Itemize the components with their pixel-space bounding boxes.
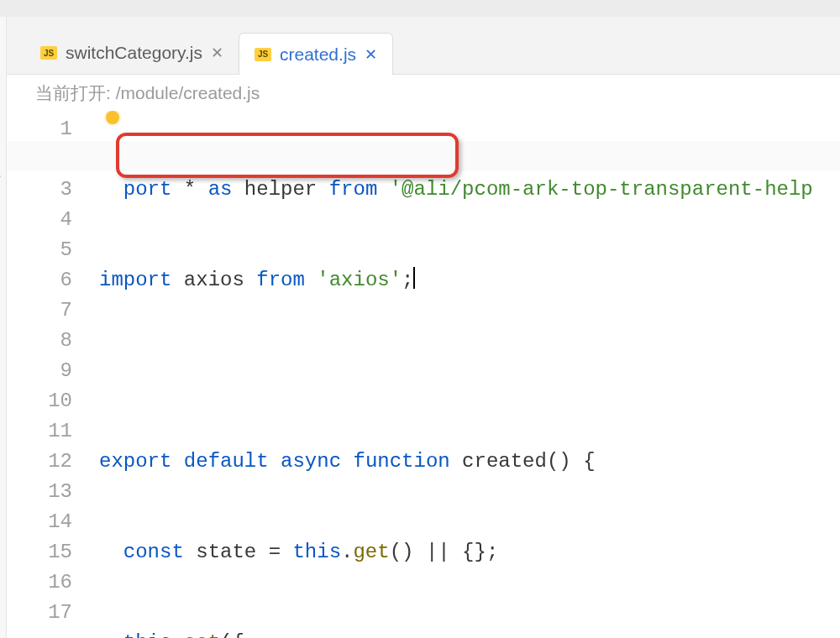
code-text: axios — [184, 269, 244, 291]
code-text — [171, 269, 183, 291]
code-call: get — [353, 541, 389, 563]
tab-label: created.js — [280, 44, 356, 65]
code-content[interactable]: port * as helper from '@ali/pcom-ark-top… — [99, 111, 840, 638]
code-call: set — [184, 631, 220, 638]
code-text — [99, 541, 123, 563]
line-number: 1 — [7, 114, 72, 144]
code-keyword: as — [208, 178, 233, 201]
code-keyword: from — [256, 269, 305, 291]
code-keyword: this — [123, 631, 172, 638]
tab-switchcategory[interactable]: JS switchCategory.js ✕ — [25, 32, 239, 74]
line-number: 10 — [7, 386, 72, 416]
line-number: 13 — [7, 477, 72, 507]
js-file-icon: JS — [40, 46, 57, 60]
text-cursor — [413, 267, 415, 289]
code-text: created — [462, 450, 547, 473]
editor-area: JS switchCategory.js ✕ JS created.js ✕ 当… — [7, 17, 840, 638]
line-number: 17 — [7, 598, 72, 628]
line-number: 4 — [7, 205, 72, 235]
breadcrumb-text: 当前打开: /module/created.js — [35, 81, 260, 105]
code-text: state = — [196, 541, 292, 563]
close-icon[interactable]: ✕ — [211, 44, 223, 62]
line-number: 8 — [7, 326, 72, 356]
code-keyword: import — [99, 269, 171, 291]
line-number: 12 — [7, 447, 72, 477]
code-text — [99, 178, 123, 201]
line-number: 5 — [7, 235, 72, 265]
collapsed-panel-chevron[interactable]: ▸ — [0, 166, 2, 185]
line-number: 16 — [7, 567, 72, 598]
code-line[interactable]: this.set({ — [99, 628, 840, 638]
breadcrumb: 当前打开: /module/created.js — [7, 74, 840, 111]
code-keyword: function — [353, 450, 449, 473]
code-text — [184, 541, 196, 563]
code-text — [244, 269, 256, 291]
code-keyword: port — [123, 178, 172, 201]
tab-bar: JS switchCategory.js ✕ JS created.js ✕ — [7, 17, 840, 74]
code-text — [341, 450, 353, 473]
code-keyword: export — [99, 450, 171, 473]
code-text — [171, 450, 183, 473]
code-keyword: const — [123, 541, 184, 563]
code-keyword: default — [184, 450, 269, 473]
line-number-gutter: 1 2 3 4 5 6 7 8 9 10 11 12 13 14 15 16 1… — [7, 111, 99, 638]
code-line[interactable]: import axios from 'axios'; — [99, 265, 840, 295]
code-text: . — [341, 541, 353, 563]
code-keyword: from — [329, 178, 378, 201]
tab-created[interactable]: JS created.js ✕ — [239, 33, 393, 75]
js-file-icon: JS — [255, 48, 271, 61]
line-number: 6 — [7, 265, 72, 295]
code-line[interactable]: const state = this.get() || {}; — [99, 537, 840, 567]
window-left-strip — [0, 17, 7, 638]
close-icon[interactable]: ✕ — [365, 45, 377, 64]
code-string: '@ali/pcom-ark-top-transparent-help — [390, 178, 813, 201]
line-number: 11 — [7, 416, 72, 447]
code-string: 'axios' — [317, 269, 402, 291]
window-top-strip — [0, 0, 840, 17]
line-number: 3 — [7, 175, 72, 205]
code-text: () || {}; — [390, 541, 499, 563]
code-text — [269, 450, 281, 473]
code-text — [450, 450, 462, 473]
line-number: 14 — [7, 507, 72, 537]
line-number: 7 — [7, 295, 72, 326]
code-text: ({ — [220, 631, 244, 638]
code-line[interactable] — [99, 356, 840, 386]
code-keyword: async — [281, 450, 341, 473]
code-line[interactable]: port * as helper from '@ali/pcom-ark-top… — [99, 175, 840, 205]
code-keyword: this — [292, 541, 341, 563]
line-number: 9 — [7, 356, 72, 386]
code-text — [305, 269, 317, 291]
code-text: helper — [232, 178, 328, 201]
code-editor[interactable]: 1 2 3 4 5 6 7 8 9 10 11 12 13 14 15 16 1… — [7, 111, 840, 638]
code-text — [99, 631, 123, 638]
tab-label: switchCategory.js — [66, 43, 202, 63]
code-text: * — [171, 178, 207, 201]
code-text: ; — [402, 269, 413, 291]
code-text — [377, 178, 389, 201]
code-text: () { — [547, 450, 596, 473]
code-text: . — [171, 631, 183, 638]
line-number: 15 — [7, 537, 72, 567]
code-line[interactable]: export default async function created() … — [99, 447, 840, 477]
